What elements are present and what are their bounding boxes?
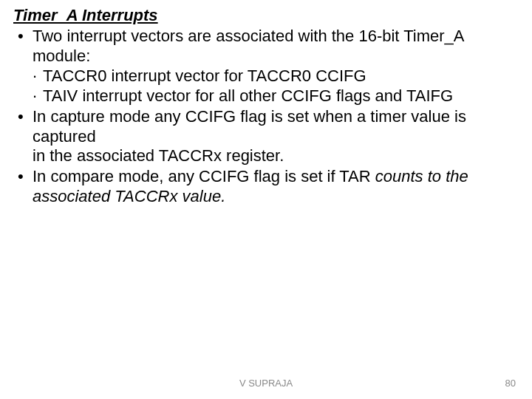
bullet-1-sub-1-text: TACCR0 interrupt vector for TACCR0 CCIFG — [43, 66, 366, 85]
bullet-1-sub-1: TACCR0 interrupt vector for TACCR0 CCIFG — [33, 66, 519, 86]
bullet-1: Two interrupt vectors are associated wit… — [13, 27, 519, 106]
bullet-3: In compare mode, any CCIFG flag is set i… — [13, 167, 519, 207]
bullet-3-text-line1: In compare mode, any CCIFG flag is set i… — [33, 167, 375, 185]
bullet-list: Two interrupt vectors are associated wit… — [13, 27, 519, 206]
slide-title: Timer_A Interrupts — [13, 6, 519, 25]
slide: Timer_A Interrupts Two interrupt vectors… — [0, 0, 532, 399]
bullet-1-sub-2-text: TAIV interrupt vector for all other CCIF… — [43, 86, 453, 105]
bullet-1-text-line2: module: — [33, 47, 90, 65]
bullet-1-sub-2: TAIV interrupt vector for all other CCIF… — [33, 86, 519, 106]
footer-author: V SUPRAJA — [0, 378, 532, 389]
footer-page-number: 80 — [505, 378, 516, 389]
bullet-3-italic-line2: associated TACCRx value. — [33, 187, 225, 205]
bullet-2-text-line1: In capture mode any CCIFG flag is set wh… — [33, 107, 466, 146]
bullet-1-sublist: TACCR0 interrupt vector for TACCR0 CCIFG… — [33, 66, 519, 106]
bullet-2: In capture mode any CCIFG flag is set wh… — [13, 107, 519, 166]
bullet-1-text-line1: Two interrupt vectors are associated wit… — [33, 27, 464, 45]
bullet-2-text-line2: in the associated TACCRx register. — [33, 146, 284, 165]
bullet-3-italic-line1: counts to the — [375, 167, 468, 185]
